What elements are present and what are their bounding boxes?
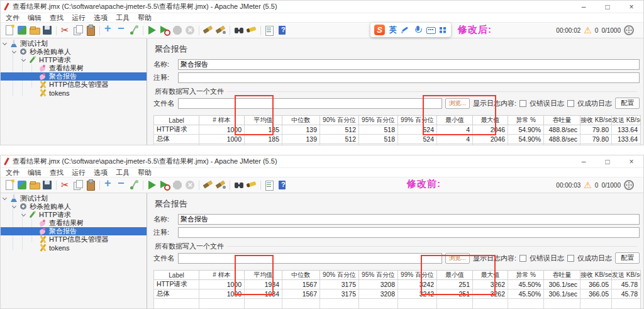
tree-item-0[interactable]: 测试计划 (1, 40, 147, 48)
menu-item-4[interactable]: 选项 (94, 13, 108, 23)
browse-button[interactable]: 浏览... (445, 98, 470, 109)
column-header[interactable]: 最小值 (437, 116, 473, 125)
column-header[interactable]: 最大值 (473, 271, 508, 280)
expand-caret-icon[interactable] (21, 211, 26, 216)
paste-icon[interactable] (85, 179, 96, 191)
name-input[interactable] (178, 59, 640, 70)
expand-caret-icon[interactable] (12, 203, 16, 208)
function-helper-icon[interactable] (264, 25, 275, 36)
ime-language-toggle[interactable]: 英 (389, 25, 397, 35)
clear-all-icon[interactable] (215, 179, 226, 191)
templates-icon[interactable] (16, 25, 28, 36)
sogou-logo-icon[interactable]: S (374, 25, 385, 35)
title-bar[interactable]: 查看结果树.jmx (C:\software\apache-jmeter-5.5… (1, 1, 643, 13)
close-button[interactable]: × (619, 155, 643, 167)
menu-item-4[interactable]: 选项 (94, 168, 108, 177)
column-header[interactable]: 最小值 (437, 271, 473, 280)
start-no-timers-icon[interactable] (159, 25, 170, 36)
paste-icon[interactable] (85, 25, 96, 36)
table-row[interactable]: 总体10001851395125185244204654.90%488.8/se… (154, 135, 641, 144)
filename-input[interactable] (178, 98, 442, 109)
ime-microphone-icon[interactable] (414, 26, 422, 34)
tree-item-6[interactable]: tokens (1, 244, 147, 252)
browse-button[interactable]: 浏览... (445, 253, 470, 264)
column-header[interactable]: # 样本 (199, 271, 245, 280)
expand-caret-icon[interactable] (21, 57, 26, 61)
remove-icon[interactable] (116, 179, 127, 191)
clear-search-icon[interactable] (246, 25, 257, 36)
open-file-icon[interactable] (29, 179, 40, 191)
column-header[interactable]: 最大值 (473, 116, 508, 125)
menu-item-0[interactable]: 文件 (6, 168, 19, 177)
column-header[interactable]: 接收 KB/sec (580, 116, 612, 125)
tree-item-0[interactable]: 测试计划 (1, 194, 147, 203)
column-header[interactable]: 吞吐量 (544, 116, 580, 125)
maximize-button[interactable]: □ (596, 1, 619, 13)
menu-item-0[interactable]: 文件 (6, 13, 19, 23)
configure-button[interactable]: 配置 (615, 252, 640, 264)
menu-item-5[interactable]: 工具 (116, 13, 130, 23)
new-file-icon[interactable] (4, 25, 15, 36)
column-header[interactable]: 99% 百分位 (398, 116, 437, 125)
tree-item-5[interactable]: HTTP信息头管理器 (1, 235, 147, 244)
menu-item-1[interactable]: 编辑 (28, 13, 42, 23)
ime-keyboard-icon[interactable] (426, 26, 435, 34)
configure-button[interactable]: 配置 (615, 98, 640, 109)
shutdown-icon[interactable] (184, 25, 196, 36)
column-header[interactable]: # 样本 (199, 116, 245, 125)
menu-item-3[interactable]: 运行 (72, 168, 86, 177)
menu-item-5[interactable]: 工具 (116, 168, 130, 177)
menu-item-6[interactable]: 帮助 (138, 13, 152, 23)
column-header[interactable]: 中位数 (282, 116, 320, 125)
clear-icon[interactable] (203, 25, 214, 36)
close-button[interactable]: × (619, 1, 643, 13)
templates-icon[interactable] (16, 179, 28, 191)
tree-item-1[interactable]: 秒杀抢购单人 (1, 203, 147, 211)
name-input[interactable] (178, 214, 640, 225)
column-header[interactable]: Label (154, 271, 199, 280)
tree-item-6[interactable]: tokens (1, 89, 147, 97)
menu-item-6[interactable]: 帮助 (138, 168, 152, 177)
start-icon[interactable] (147, 179, 158, 191)
successes-only-checkbox[interactable] (567, 255, 574, 262)
comment-input[interactable] (178, 72, 640, 83)
expand-caret-icon[interactable] (12, 48, 16, 53)
expand-caret-icon[interactable] (3, 40, 7, 45)
warning-icon[interactable]: ⚠ (584, 181, 592, 189)
tree-item-5[interactable]: HTTP信息头管理器 (1, 81, 147, 89)
column-header[interactable]: 异常 % (508, 271, 544, 280)
menu-item-2[interactable]: 查找 (50, 13, 64, 23)
cut-icon[interactable] (60, 25, 71, 36)
add-icon[interactable] (103, 179, 114, 191)
search-icon[interactable] (233, 25, 245, 36)
menu-item-2[interactable]: 查找 (50, 168, 64, 177)
errors-only-checkbox[interactable] (519, 100, 526, 107)
tree-item-1[interactable]: 秒杀抢购单人 (1, 48, 147, 56)
column-header[interactable]: 发送 KB/sec (612, 116, 641, 125)
title-bar[interactable]: 查看结果树.jmx (C:\software\apache-jmeter-5.5… (1, 155, 643, 168)
stop-icon[interactable] (172, 25, 183, 36)
copy-icon[interactable] (72, 179, 84, 191)
column-header[interactable]: 接收 KB/sec (580, 271, 612, 280)
warning-icon[interactable]: ⚠ (584, 26, 592, 35)
minimize-button[interactable]: – (572, 1, 596, 13)
ime-pen-icon[interactable] (401, 26, 409, 34)
help-icon[interactable] (277, 179, 288, 191)
open-file-icon[interactable] (29, 25, 40, 36)
menu-item-3[interactable]: 运行 (72, 13, 86, 23)
table-row[interactable]: HTTP请求10001851395125185244204654.90%488.… (154, 125, 641, 135)
column-header[interactable]: 平均值 (245, 116, 282, 125)
column-header[interactable]: 99% 百分位 (398, 271, 437, 280)
clear-search-icon[interactable] (246, 179, 257, 191)
menu-item-1[interactable]: 编辑 (28, 168, 42, 177)
column-header[interactable]: 95% 百分位 (359, 271, 398, 280)
comment-input[interactable] (178, 227, 640, 238)
save-icon[interactable] (42, 25, 53, 36)
column-header[interactable]: 中位数 (282, 271, 320, 280)
table-row[interactable]: 总体100019341567317532083242251326245.50%3… (154, 289, 641, 299)
column-header[interactable]: 平均值 (245, 271, 282, 280)
maximize-button[interactable]: □ (596, 155, 619, 167)
new-file-icon[interactable] (4, 179, 15, 191)
toggle-icon[interactable] (128, 179, 140, 191)
cut-icon[interactable] (60, 179, 71, 191)
